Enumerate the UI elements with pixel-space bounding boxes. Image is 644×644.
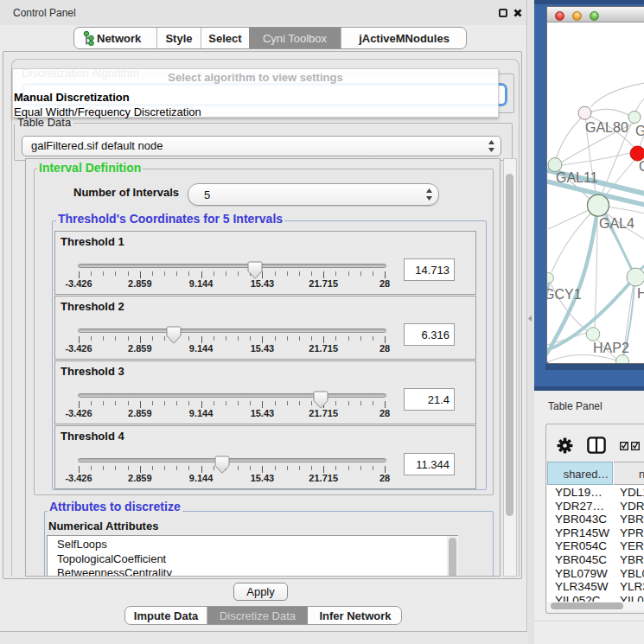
svg-text:GAL11: GAL11 xyxy=(556,170,598,185)
svg-text:GAL4: GAL4 xyxy=(599,216,634,231)
svg-text:GCY1: GCY1 xyxy=(547,287,582,302)
svg-text:HAP2: HAP2 xyxy=(593,341,629,355)
svg-text:GAL80: GAL80 xyxy=(585,120,628,135)
svg-text:CDC2: CDC2 xyxy=(639,159,644,174)
svg-text:HIS4: HIS4 xyxy=(637,286,644,301)
svg-text:GAL3: GAL3 xyxy=(635,124,644,138)
